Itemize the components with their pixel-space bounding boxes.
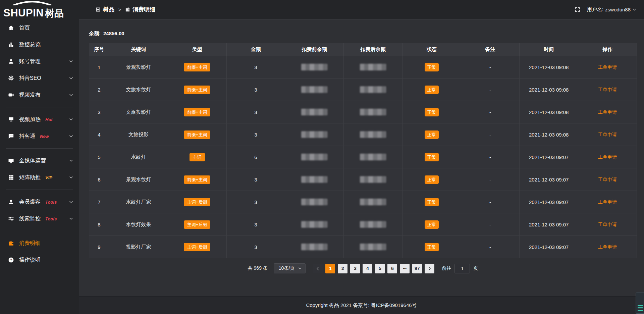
sidebar-item-home[interactable]: 首页 (0, 19, 79, 36)
sidebar-item-video-heat[interactable]: 视频加热Hot (0, 111, 79, 128)
balance-after-masked (344, 213, 402, 236)
balance-before-masked (285, 168, 344, 191)
table-header-row: 序号关键词类型金额扣费前余额扣费后余额状态备注时间操作 (89, 43, 637, 56)
status-badge: 正常 (425, 175, 439, 184)
grid-icon (8, 174, 14, 180)
ticket-apply-link[interactable]: 工单申请 (598, 132, 617, 137)
page-ellipsis-button[interactable]: ••• (400, 264, 410, 273)
sidebar-item-consume-detail[interactable]: 消费明细 (0, 235, 79, 252)
next-page-button[interactable] (425, 264, 434, 273)
board-icon (8, 116, 14, 122)
sidebar-item-badge: Hot (45, 117, 53, 122)
breadcrumb-label: 消费明细 (132, 6, 155, 13)
amount-cell: 3 (226, 213, 285, 236)
sidebar-item-matrix-boost[interactable]: 矩阵助推VIP (0, 169, 79, 186)
keyword-cell: 水纹灯厂家 (109, 191, 168, 213)
goto-suffix: 页 (473, 265, 478, 271)
ticket-apply-link[interactable]: 工单申请 (598, 109, 617, 115)
app-logo[interactable]: SHUPIN 树品 (0, 0, 79, 19)
breadcrumb-item-consume[interactable]: 消费明细 (125, 6, 155, 13)
ticket-apply-link[interactable]: 工单申请 (598, 87, 617, 92)
page-button-5[interactable]: 5 (375, 264, 385, 273)
sidebar-item-media-operation[interactable]: 全媒体运营 (0, 152, 79, 169)
sidebar-item-label: 视频加热 (19, 116, 41, 123)
masked-balance-value (360, 199, 386, 205)
type-badge: 前缀+主词 (184, 86, 211, 94)
status-badge: 正常 (402, 168, 461, 191)
ticket-apply-link[interactable]: 工单申请 (598, 177, 617, 182)
sidebar-item-douketong[interactable]: 抖客通New (0, 128, 79, 145)
page-button-2[interactable]: 2 (338, 264, 347, 273)
balance-before-masked (285, 213, 344, 236)
status-badge: 正常 (425, 63, 439, 71)
masked-balance-value (360, 109, 386, 115)
page-button-6[interactable]: 6 (387, 264, 397, 273)
page-button-4[interactable]: 4 (363, 264, 372, 273)
sidebar-item-label: 操作说明 (19, 257, 41, 264)
sidebar-item-member-baoke[interactable]: 会员爆客Tools (0, 194, 79, 210)
type-badge: 前缀+主词 (184, 63, 211, 71)
sidebar-item-account-manage[interactable]: 账号管理 (0, 53, 79, 70)
column-header: 序号 (89, 43, 109, 56)
balance-before-masked (285, 146, 344, 168)
row-index: 3 (89, 101, 109, 123)
type-badge: 前缀+主词 (168, 101, 226, 123)
sidebar-item-douyin-seo[interactable]: 抖音SEO (0, 70, 79, 87)
status-badge: 正常 (402, 78, 461, 101)
page-size-select[interactable]: 10条/页 (274, 263, 306, 273)
row-index: 2 (89, 78, 109, 101)
balance-before-masked (285, 56, 344, 78)
page-button-1[interactable]: 1 (325, 264, 335, 273)
sidebar-item-badge: Tools (45, 216, 57, 221)
floating-side-widget[interactable] (636, 293, 644, 314)
column-header: 状态 (402, 43, 461, 56)
type-badge: 主词+后缀 (168, 213, 226, 236)
gear-icon (8, 75, 14, 81)
type-badge: 主词+后缀 (184, 198, 211, 206)
prev-page-button[interactable] (313, 264, 323, 273)
wallet-icon (8, 240, 14, 246)
ticket-apply-link[interactable]: 工单申请 (598, 222, 617, 227)
fullscreen-icon[interactable] (575, 7, 580, 12)
chevron-down-icon (632, 7, 637, 12)
goto-page-input[interactable] (454, 264, 470, 273)
sidebar-item-data-overview[interactable]: 数据总览 (0, 36, 79, 53)
user-menu[interactable]: 用户名: zswodun88 (587, 6, 637, 13)
type-badge: 前缀+主词 (168, 78, 226, 101)
logo-arc-icon (12, 1, 52, 5)
status-badge: 正常 (425, 153, 439, 161)
ticket-apply-link[interactable]: 工单申请 (598, 154, 617, 160)
status-badge: 正常 (402, 213, 461, 236)
ticket-apply-link[interactable]: 工单申请 (598, 244, 617, 250)
sidebar-menu: 首页数据总览账号管理抖音SEO视频发布视频加热Hot抖客通New全媒体运营矩阵助… (0, 19, 79, 268)
consume-table: 序号关键词类型金额扣费前余额扣费后余额状态备注时间操作 1景观投影灯前缀+主词3… (89, 43, 637, 258)
type-badge: 主词+后缀 (184, 220, 211, 229)
column-header: 扣费前余额 (285, 43, 344, 56)
breadcrumb-item-app[interactable]: 树品 (96, 6, 114, 13)
widget-stripe (638, 310, 643, 311)
username-label: 用户名: (587, 6, 603, 13)
action-link: 工单申请 (578, 101, 637, 123)
question-icon: ? (8, 257, 14, 263)
sidebar-item-help[interactable]: ?操作说明 (0, 252, 79, 268)
username-value: zswodun88 (605, 7, 631, 12)
chevron-down-icon (69, 117, 73, 122)
widget-stripe (638, 305, 643, 306)
amount-cell: 3 (226, 123, 285, 146)
time-cell: 2021-12-03 09:07 (520, 146, 578, 168)
page-button-3[interactable]: 3 (350, 264, 360, 273)
table-row: 1景观投影灯前缀+主词3正常-2021-12-03 09:08工单申请 (89, 56, 637, 78)
page-button-97[interactable]: 97 (412, 264, 422, 273)
ticket-apply-link[interactable]: 工单申请 (598, 199, 617, 205)
keyword-cell: 文旅投影灯 (109, 101, 168, 123)
ticket-apply-link[interactable]: 工单申请 (598, 64, 617, 70)
type-badge: 前缀+主词 (168, 56, 226, 78)
remark-cell: - (461, 191, 520, 213)
action-link: 工单申请 (578, 146, 637, 168)
chevron-down-icon (69, 76, 73, 81)
chevron-down-icon (298, 266, 302, 270)
balance-before-masked (285, 191, 344, 213)
sidebar-item-video-publish[interactable]: 视频发布 (0, 87, 79, 103)
sidebar-item-clue-monitor[interactable]: 线索监控Tools (0, 210, 79, 227)
sidebar: SHUPIN 树品 首页数据总览账号管理抖音SEO视频发布视频加热Hot抖客通N… (0, 0, 79, 314)
